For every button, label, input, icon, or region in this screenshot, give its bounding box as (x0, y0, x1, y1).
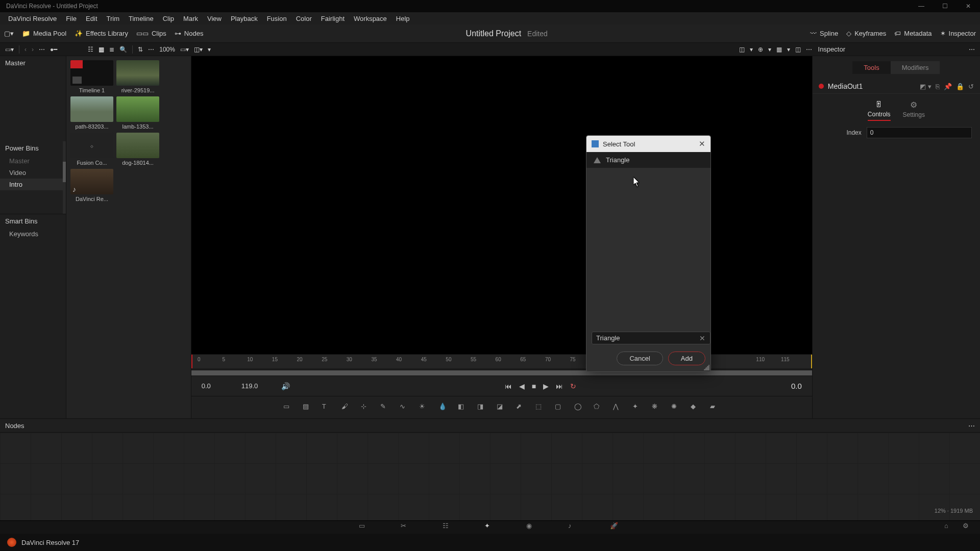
out-timecode[interactable]: 119.0 (241, 382, 274, 390)
mask-pen-tool-icon[interactable]: ✎ (380, 403, 390, 413)
bin-item-keywords[interactable]: Keywords (0, 228, 66, 240)
node-reset-icon[interactable]: ↺ (968, 83, 974, 90)
project-settings-icon[interactable]: ⚙ (963, 522, 974, 533)
node-enable-dot[interactable] (819, 84, 824, 89)
merge-tool-icon[interactable]: ◨ (477, 403, 487, 413)
media-clip-lamb[interactable]: lamb-1353... (116, 96, 159, 130)
maximize-button[interactable]: ☐ (937, 3, 952, 10)
view-strip-icon[interactable]: ☷ (88, 46, 93, 53)
paint-tool-icon[interactable]: 🖌 (341, 403, 352, 413)
text-tool-icon[interactable]: T (322, 403, 332, 413)
resize-tool-icon[interactable]: ⬚ (535, 403, 546, 413)
media-clip-davinci-re[interactable]: DaVinci Re... (70, 169, 113, 202)
home-icon[interactable]: ⌂ (944, 522, 955, 533)
menu-help[interactable]: Help (392, 14, 414, 23)
minimize-button[interactable]: ― (914, 3, 929, 10)
page-fusion-icon[interactable]: ✦ (484, 522, 496, 533)
master-bin[interactable]: Master (0, 56, 66, 70)
stop-icon[interactable]: ■ (532, 382, 536, 390)
viewer-split-icon[interactable]: ◫ (795, 46, 801, 53)
inspector-subtab-settings[interactable]: ⚙Settings (903, 100, 925, 121)
sort-icon[interactable]: ⇅ (138, 46, 143, 53)
dialog-search-input[interactable] (592, 332, 710, 344)
page-fairlight-icon[interactable]: ♪ (568, 522, 579, 533)
time-ruler[interactable]: 0 5 10 15 20 25 30 35 40 45 50 55 60 65 … (191, 354, 812, 368)
viewer-grid-icon[interactable]: ▦ (776, 46, 782, 53)
viewer-more-icon[interactable]: ⋯ (806, 46, 812, 53)
pemitter-tool-icon[interactable]: ✺ (671, 403, 681, 413)
menu-fairlight[interactable]: Fairlight (317, 14, 349, 23)
first-frame-icon[interactable]: ⏮ (505, 382, 512, 390)
inspector-toggle[interactable]: ✶ Inspector (940, 30, 976, 37)
viewer-canvas[interactable] (191, 56, 812, 354)
dialog-resize-handle[interactable] (703, 364, 709, 370)
nodes-panel-menu-icon[interactable]: ⋯ (968, 422, 975, 430)
last-frame-icon[interactable]: ⏭ (556, 382, 563, 390)
dialog-result-triangle[interactable]: Triangle (586, 152, 710, 168)
view-list-icon[interactable]: ≣ (109, 46, 114, 53)
colorcorrect-tool-icon[interactable]: ◧ (458, 403, 468, 413)
bin-item-video[interactable]: Video (0, 167, 66, 179)
viewer-caret1[interactable]: ▾ (750, 46, 753, 53)
scrub-toggle[interactable]: ●━ (50, 46, 57, 53)
background-tool-icon[interactable]: ▭ (283, 403, 293, 413)
node-color-icon[interactable]: ◩ ▾ (920, 83, 932, 90)
media-clip-timeline1[interactable]: Timeline 1 (70, 60, 113, 93)
aspect-caret[interactable]: ▾ (208, 46, 211, 53)
menu-workspace[interactable]: Workspace (350, 14, 391, 23)
menu-playback[interactable]: Playback (227, 14, 262, 23)
prender-tool-icon[interactable]: ❋ (652, 403, 662, 413)
viewer-caret2[interactable]: ▾ (768, 46, 771, 53)
view-grid-icon[interactable]: ▦ (99, 46, 104, 53)
inspector-tab-modifiers[interactable]: Modifiers (891, 61, 940, 74)
page-media-icon[interactable]: ▭ (359, 522, 370, 533)
in-timecode[interactable]: 0.0 (202, 382, 234, 390)
dialog-add-button[interactable]: Add (668, 352, 705, 365)
dialog-titlebar[interactable]: Select Tool ✕ (586, 136, 710, 152)
node-versions-icon[interactable]: ⎘ (936, 83, 940, 90)
tracker-tool-icon[interactable]: ⊹ (361, 403, 371, 413)
layout-dropdown[interactable]: ▢▾ (4, 30, 14, 37)
bin-view-icon[interactable]: ▭▾ (5, 46, 14, 53)
mute-icon[interactable]: 🔊 (281, 382, 290, 390)
menu-view[interactable]: View (203, 14, 226, 23)
menu-timeline[interactable]: Timeline (125, 14, 158, 23)
rectangle-tool-icon[interactable]: ▢ (555, 403, 565, 413)
zoom-level[interactable]: 100% (159, 46, 175, 53)
media-pool-toggle[interactable]: 📁 Media Pool (22, 30, 66, 37)
play-icon[interactable]: ▶ (543, 382, 549, 390)
playhead[interactable] (191, 355, 192, 368)
index-input[interactable] (867, 127, 972, 138)
viewer-caret3[interactable]: ▾ (787, 46, 790, 53)
menu-mark[interactable]: Mark (179, 14, 202, 23)
page-color-icon[interactable]: ◉ (526, 522, 537, 533)
more-icon[interactable]: ⋯ (148, 46, 154, 53)
ellipse-tool-icon[interactable]: ◯ (574, 403, 584, 413)
bspline-tool-icon[interactable]: ∿ (400, 403, 410, 413)
dialog-search-clear-icon[interactable]: ✕ (699, 334, 705, 342)
page-edit-icon[interactable]: ☷ (443, 522, 454, 533)
nav-back-icon[interactable]: ‹ (24, 46, 27, 53)
media-clip-fusion-comp[interactable]: Fusion Co... (70, 133, 113, 166)
media-clip-dog[interactable]: dog-18014... (116, 133, 159, 166)
effects-library-toggle[interactable]: ✨ Effects Library (75, 30, 128, 37)
camera3d-tool-icon[interactable]: ▰ (710, 403, 720, 413)
node-pin-icon[interactable]: 📌 (944, 83, 952, 90)
metadata-toggle[interactable]: 🏷 Metadata (894, 30, 932, 37)
loop-icon[interactable]: ↻ (570, 382, 576, 390)
bin-item-power-master[interactable]: Master (0, 155, 66, 167)
bins-scrollbar[interactable] (63, 141, 66, 214)
brightness-tool-icon[interactable]: ☀ (419, 403, 429, 413)
bin-item-intro[interactable]: Intro (0, 179, 66, 190)
inspector-more-icon[interactable]: ⋯ (969, 46, 975, 53)
dialog-close-icon[interactable]: ✕ (699, 139, 705, 148)
aspect-icon[interactable]: ◫▾ (194, 46, 203, 53)
media-clip-path[interactable]: path-83203... (70, 96, 113, 130)
polygon-tool-icon[interactable]: ⬠ (594, 403, 604, 413)
node-lock-icon[interactable]: 🔒 (956, 83, 964, 90)
nav-fwd-icon[interactable]: › (32, 46, 34, 53)
viewer-globe-icon[interactable]: ⊕ (758, 46, 763, 53)
wand-tool-icon[interactable]: ⋀ (613, 403, 623, 413)
particles-tool-icon[interactable]: ✦ (632, 403, 643, 413)
viewer-snap-icon[interactable]: ◫ (739, 46, 745, 53)
